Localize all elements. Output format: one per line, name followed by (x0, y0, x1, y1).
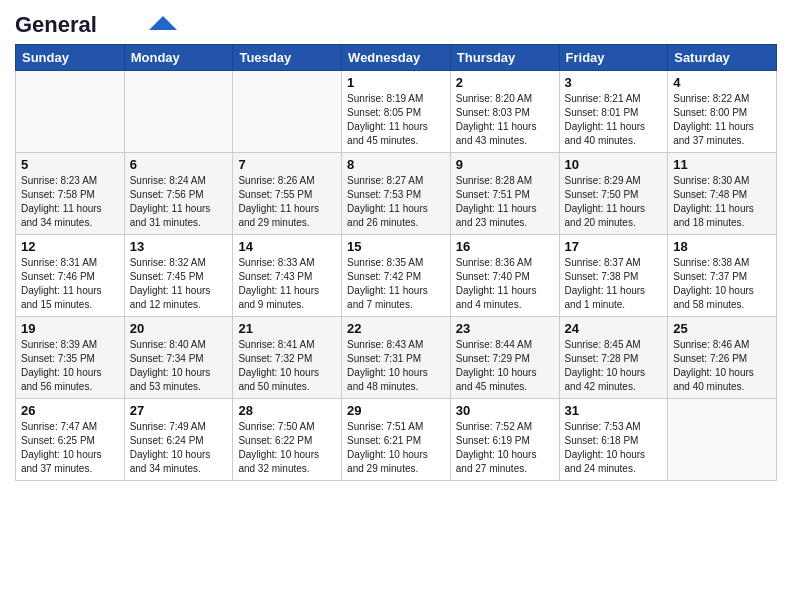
day-info: Sunrise: 8:43 AM Sunset: 7:31 PM Dayligh… (347, 338, 445, 394)
calendar-cell: 21Sunrise: 8:41 AM Sunset: 7:32 PM Dayli… (233, 317, 342, 399)
day-number: 4 (673, 75, 771, 90)
day-info: Sunrise: 8:19 AM Sunset: 8:05 PM Dayligh… (347, 92, 445, 148)
calendar-cell: 13Sunrise: 8:32 AM Sunset: 7:45 PM Dayli… (124, 235, 233, 317)
weekday-header: Saturday (668, 45, 777, 71)
calendar-cell: 3Sunrise: 8:21 AM Sunset: 8:01 PM Daylig… (559, 71, 668, 153)
day-number: 15 (347, 239, 445, 254)
day-number: 18 (673, 239, 771, 254)
calendar-cell: 11Sunrise: 8:30 AM Sunset: 7:48 PM Dayli… (668, 153, 777, 235)
calendar-cell (668, 399, 777, 481)
day-info: Sunrise: 8:35 AM Sunset: 7:42 PM Dayligh… (347, 256, 445, 312)
day-info: Sunrise: 8:24 AM Sunset: 7:56 PM Dayligh… (130, 174, 228, 230)
calendar-cell: 6Sunrise: 8:24 AM Sunset: 7:56 PM Daylig… (124, 153, 233, 235)
calendar-cell: 25Sunrise: 8:46 AM Sunset: 7:26 PM Dayli… (668, 317, 777, 399)
day-number: 7 (238, 157, 336, 172)
day-info: Sunrise: 8:26 AM Sunset: 7:55 PM Dayligh… (238, 174, 336, 230)
day-number: 3 (565, 75, 663, 90)
weekday-header: Friday (559, 45, 668, 71)
page-header: General (15, 10, 777, 36)
day-info: Sunrise: 8:21 AM Sunset: 8:01 PM Dayligh… (565, 92, 663, 148)
calendar-cell: 4Sunrise: 8:22 AM Sunset: 8:00 PM Daylig… (668, 71, 777, 153)
day-number: 21 (238, 321, 336, 336)
day-info: Sunrise: 8:40 AM Sunset: 7:34 PM Dayligh… (130, 338, 228, 394)
svg-marker-0 (149, 16, 177, 30)
day-info: Sunrise: 8:31 AM Sunset: 7:46 PM Dayligh… (21, 256, 119, 312)
day-number: 8 (347, 157, 445, 172)
day-info: Sunrise: 8:32 AM Sunset: 7:45 PM Dayligh… (130, 256, 228, 312)
day-number: 20 (130, 321, 228, 336)
day-info: Sunrise: 8:33 AM Sunset: 7:43 PM Dayligh… (238, 256, 336, 312)
day-number: 28 (238, 403, 336, 418)
day-info: Sunrise: 8:27 AM Sunset: 7:53 PM Dayligh… (347, 174, 445, 230)
day-info: Sunrise: 8:23 AM Sunset: 7:58 PM Dayligh… (21, 174, 119, 230)
calendar-cell: 27Sunrise: 7:49 AM Sunset: 6:24 PM Dayli… (124, 399, 233, 481)
calendar-cell: 14Sunrise: 8:33 AM Sunset: 7:43 PM Dayli… (233, 235, 342, 317)
day-number: 27 (130, 403, 228, 418)
day-info: Sunrise: 7:51 AM Sunset: 6:21 PM Dayligh… (347, 420, 445, 476)
weekday-header: Thursday (450, 45, 559, 71)
day-info: Sunrise: 7:53 AM Sunset: 6:18 PM Dayligh… (565, 420, 663, 476)
day-info: Sunrise: 8:37 AM Sunset: 7:38 PM Dayligh… (565, 256, 663, 312)
day-info: Sunrise: 8:38 AM Sunset: 7:37 PM Dayligh… (673, 256, 771, 312)
day-number: 5 (21, 157, 119, 172)
day-number: 26 (21, 403, 119, 418)
calendar-cell: 31Sunrise: 7:53 AM Sunset: 6:18 PM Dayli… (559, 399, 668, 481)
weekday-header: Wednesday (342, 45, 451, 71)
day-info: Sunrise: 8:30 AM Sunset: 7:48 PM Dayligh… (673, 174, 771, 230)
day-number: 2 (456, 75, 554, 90)
day-info: Sunrise: 8:46 AM Sunset: 7:26 PM Dayligh… (673, 338, 771, 394)
day-number: 30 (456, 403, 554, 418)
calendar-cell: 12Sunrise: 8:31 AM Sunset: 7:46 PM Dayli… (16, 235, 125, 317)
calendar-cell: 28Sunrise: 7:50 AM Sunset: 6:22 PM Dayli… (233, 399, 342, 481)
calendar-cell: 10Sunrise: 8:29 AM Sunset: 7:50 PM Dayli… (559, 153, 668, 235)
calendar-cell: 29Sunrise: 7:51 AM Sunset: 6:21 PM Dayli… (342, 399, 451, 481)
logo-arrow-icon (149, 16, 177, 30)
day-number: 9 (456, 157, 554, 172)
day-number: 11 (673, 157, 771, 172)
calendar-cell: 30Sunrise: 7:52 AM Sunset: 6:19 PM Dayli… (450, 399, 559, 481)
calendar-cell (16, 71, 125, 153)
day-info: Sunrise: 7:50 AM Sunset: 6:22 PM Dayligh… (238, 420, 336, 476)
calendar-cell: 8Sunrise: 8:27 AM Sunset: 7:53 PM Daylig… (342, 153, 451, 235)
calendar-cell: 20Sunrise: 8:40 AM Sunset: 7:34 PM Dayli… (124, 317, 233, 399)
weekday-header: Tuesday (233, 45, 342, 71)
logo-text: General (15, 14, 97, 36)
day-number: 16 (456, 239, 554, 254)
day-info: Sunrise: 8:20 AM Sunset: 8:03 PM Dayligh… (456, 92, 554, 148)
day-info: Sunrise: 8:36 AM Sunset: 7:40 PM Dayligh… (456, 256, 554, 312)
calendar-cell: 7Sunrise: 8:26 AM Sunset: 7:55 PM Daylig… (233, 153, 342, 235)
day-number: 1 (347, 75, 445, 90)
day-number: 24 (565, 321, 663, 336)
weekday-header: Sunday (16, 45, 125, 71)
logo: General (15, 10, 177, 36)
day-info: Sunrise: 8:39 AM Sunset: 7:35 PM Dayligh… (21, 338, 119, 394)
calendar-cell: 22Sunrise: 8:43 AM Sunset: 7:31 PM Dayli… (342, 317, 451, 399)
day-number: 25 (673, 321, 771, 336)
day-number: 22 (347, 321, 445, 336)
day-info: Sunrise: 8:41 AM Sunset: 7:32 PM Dayligh… (238, 338, 336, 394)
day-number: 23 (456, 321, 554, 336)
day-info: Sunrise: 8:29 AM Sunset: 7:50 PM Dayligh… (565, 174, 663, 230)
day-number: 31 (565, 403, 663, 418)
calendar-cell: 16Sunrise: 8:36 AM Sunset: 7:40 PM Dayli… (450, 235, 559, 317)
calendar-cell: 17Sunrise: 8:37 AM Sunset: 7:38 PM Dayli… (559, 235, 668, 317)
calendar-cell: 15Sunrise: 8:35 AM Sunset: 7:42 PM Dayli… (342, 235, 451, 317)
day-number: 12 (21, 239, 119, 254)
day-number: 10 (565, 157, 663, 172)
day-number: 29 (347, 403, 445, 418)
calendar-cell: 24Sunrise: 8:45 AM Sunset: 7:28 PM Dayli… (559, 317, 668, 399)
day-number: 6 (130, 157, 228, 172)
day-info: Sunrise: 8:45 AM Sunset: 7:28 PM Dayligh… (565, 338, 663, 394)
day-info: Sunrise: 7:49 AM Sunset: 6:24 PM Dayligh… (130, 420, 228, 476)
day-info: Sunrise: 8:28 AM Sunset: 7:51 PM Dayligh… (456, 174, 554, 230)
calendar-cell: 26Sunrise: 7:47 AM Sunset: 6:25 PM Dayli… (16, 399, 125, 481)
day-info: Sunrise: 8:22 AM Sunset: 8:00 PM Dayligh… (673, 92, 771, 148)
day-number: 14 (238, 239, 336, 254)
calendar-cell: 2Sunrise: 8:20 AM Sunset: 8:03 PM Daylig… (450, 71, 559, 153)
day-number: 13 (130, 239, 228, 254)
day-info: Sunrise: 8:44 AM Sunset: 7:29 PM Dayligh… (456, 338, 554, 394)
day-number: 19 (21, 321, 119, 336)
calendar-cell (233, 71, 342, 153)
calendar-cell: 1Sunrise: 8:19 AM Sunset: 8:05 PM Daylig… (342, 71, 451, 153)
weekday-header: Monday (124, 45, 233, 71)
